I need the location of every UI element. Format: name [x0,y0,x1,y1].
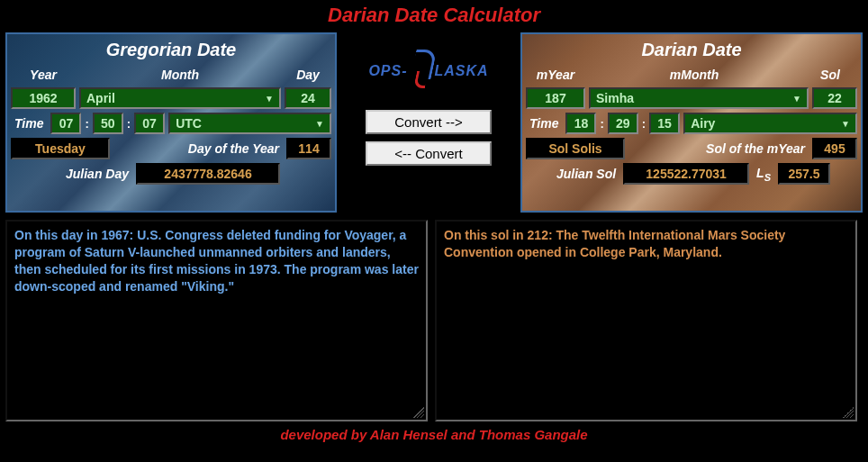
gregorian-title: Gregorian Date [11,38,331,66]
label-year: Year [26,66,60,84]
month-select[interactable]: April ▼ [79,87,281,109]
chevron-down-icon: ▼ [841,119,850,129]
chevron-down-icon: ▼ [265,94,274,104]
gregorian-weekday-row: Tuesday Day of the Year 114 [11,138,331,159]
label-day: Day [293,66,323,84]
colon: : [127,117,131,131]
gregorian-panel: Gregorian Date Year Month Day 1962 April… [5,32,337,213]
meridian-select-value: Airy [691,116,715,131]
label-mtime: Time [526,114,562,132]
timezone-select[interactable]: UTC ▼ [168,113,331,134]
darian-ymd-labels: mYear mMonth Sol [526,66,857,84]
resize-handle-icon[interactable] [413,407,424,418]
mars-history-text: On this sol in 212: The Twelfth Internat… [444,228,785,259]
soy-output: 495 [812,138,857,159]
darian-panel: Darian Date mYear mMonth Sol 187 Simha ▼… [520,32,863,213]
month-select-value: April [86,91,115,105]
top-row: Gregorian Date Year Month Day 1962 April… [0,32,868,213]
label-doy: Day of the Year [185,140,283,158]
convert-to-gregorian-button[interactable]: <-- Convert [366,141,492,166]
ops-alaska-logo: OPS- LASKA [368,40,488,103]
logo-swoosh-icon [410,53,433,89]
label-jd: Julian Day [62,165,132,183]
darian-title: Darian Date [526,38,857,66]
doy-output: 114 [286,138,331,159]
year-input[interactable]: 1962 [11,87,76,109]
center-column: OPS- LASKA Convert --> <-- Convert [342,32,515,213]
label-time: Time [11,114,47,132]
label-sol: Sol [817,66,844,84]
earth-history-textarea[interactable]: On this day in 1967: U.S. Congress delet… [5,220,428,421]
hour-input[interactable]: 07 [50,113,81,134]
chevron-down-icon: ▼ [315,119,324,129]
solname-output: Sol Solis [526,138,625,159]
label-ls: LS [753,164,774,185]
gregorian-ymd-labels: Year Month Day [11,66,331,84]
timezone-select-value: UTC [176,116,202,131]
colon: : [85,117,88,131]
history-row: On this day in 1967: U.S. Congress delet… [0,213,868,421]
logo-left: OPS- [368,63,407,79]
resize-handle-icon[interactable] [843,407,854,418]
mmonth-select-value: Simha [596,91,634,105]
gregorian-ymd-inputs: 1962 April ▼ 24 [11,87,331,109]
colon: : [642,117,646,131]
label-js: Julian Sol [553,165,619,183]
label-soy: Sol of the mYear [702,140,809,158]
darian-solname-row: Sol Solis Sol of the mYear 495 [526,138,857,159]
mminute-input[interactable]: 29 [608,113,638,134]
footer-credit: developed by Alan Hensel and Thomas Gang… [0,421,868,442]
myear-input[interactable]: 187 [526,87,585,109]
day-input[interactable]: 24 [285,87,331,109]
page-title: Darian Date Calculator [0,0,868,32]
colon: : [600,117,603,131]
sol-input[interactable]: 22 [812,87,857,109]
label-myear: mYear [533,66,578,84]
msecond-input[interactable]: 15 [649,113,680,134]
mhour-input[interactable]: 18 [565,113,596,134]
meridian-select[interactable]: Airy ▼ [683,113,857,134]
js-output: 125522.77031 [623,163,749,185]
second-input[interactable]: 07 [134,113,165,134]
weekday-output: Tuesday [11,138,110,159]
minute-input[interactable]: 50 [93,113,123,134]
mmonth-select[interactable]: Simha ▼ [589,87,809,109]
logo-right: LASKA [435,63,489,79]
gregorian-time-row: Time 07 : 50 : 07 UTC ▼ [11,113,331,134]
darian-ymd-inputs: 187 Simha ▼ 22 [526,87,857,109]
earth-history-text: On this day in 1967: U.S. Congress delet… [14,228,419,294]
convert-to-darian-button[interactable]: Convert --> [366,110,492,134]
gregorian-jd-row: Julian Day 2437778.82646 [11,163,331,185]
darian-time-row: Time 18 : 29 : 15 Airy ▼ [526,113,857,134]
label-month: Month [158,66,203,84]
label-mmonth: mMonth [666,66,722,84]
chevron-down-icon: ▼ [792,94,801,104]
jd-output: 2437778.82646 [136,163,280,185]
darian-js-row: Julian Sol 125522.77031 LS 257.5 [526,163,857,185]
ls-output: 257.5 [778,163,830,185]
mars-history-textarea[interactable]: On this sol in 212: The Twelfth Internat… [435,220,857,421]
